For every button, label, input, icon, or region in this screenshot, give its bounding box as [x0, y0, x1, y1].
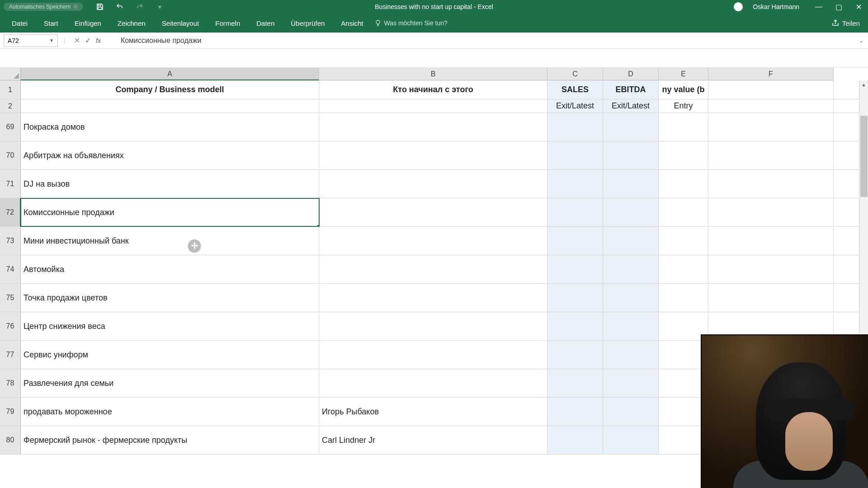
select-all-corner[interactable] [0, 68, 21, 80]
accept-formula-icon[interactable]: ✓ [82, 36, 93, 45]
cell-B80[interactable]: Carl Lindner Jr [319, 426, 547, 454]
name-box[interactable]: A72 ▼ [4, 34, 58, 47]
formula-input[interactable]: Комиссионные продажи [117, 34, 854, 47]
cell-F72[interactable] [708, 198, 834, 226]
customize-icon[interactable]: ▾ [156, 3, 164, 11]
undo-icon[interactable] [116, 3, 124, 11]
cell-C72[interactable] [547, 198, 603, 226]
header-f[interactable] [708, 80, 834, 99]
cell-F75[interactable] [708, 284, 834, 312]
row-header-73[interactable]: 73 [0, 227, 21, 255]
cell-D74[interactable] [603, 255, 659, 283]
tab-einfugen[interactable]: Einfügen [66, 17, 109, 30]
cell-C69[interactable] [547, 113, 603, 141]
cell-A73[interactable]: Мини инвестиционный банк [21, 227, 319, 255]
row-header-75[interactable]: 75 [0, 284, 21, 312]
cell-D80[interactable] [603, 426, 659, 454]
cell-A74[interactable]: Автомойка [21, 255, 319, 283]
cell-F70[interactable] [708, 141, 834, 169]
subheader-f[interactable] [708, 99, 834, 113]
row-header-71[interactable]: 71 [0, 170, 21, 198]
cell-A79[interactable]: продавать мороженное [21, 398, 319, 426]
tab-zeichnen[interactable]: Zeichnen [109, 17, 154, 30]
cell-D77[interactable] [603, 341, 659, 369]
tab-uberprufen[interactable]: Überprüfen [283, 17, 333, 30]
cell-A78[interactable]: Развлечения для семьи [21, 369, 319, 397]
expand-formula-bar-icon[interactable]: ⌄ [854, 38, 868, 44]
cell-B69[interactable] [319, 113, 547, 141]
row-header-1[interactable]: 1 [0, 80, 21, 99]
close-button[interactable]: ✕ [854, 3, 863, 11]
cell-A70[interactable]: Арбитраж на объявлениях [21, 141, 319, 169]
cell-C79[interactable] [547, 398, 603, 426]
cancel-formula-icon[interactable]: ✕ [71, 36, 82, 45]
cell-B72[interactable] [319, 198, 547, 226]
maximize-button[interactable]: ▢ [834, 3, 844, 11]
cell-D70[interactable] [603, 141, 659, 169]
tab-ansicht[interactable]: Ansicht [333, 17, 371, 30]
tab-daten[interactable]: Daten [248, 17, 283, 30]
cell-B79[interactable]: Игорь Рыбаков [319, 398, 547, 426]
row-header-76[interactable]: 76 [0, 312, 21, 341]
cell-F69[interactable] [708, 113, 834, 141]
cell-E75[interactable] [659, 284, 708, 312]
user-name[interactable]: Oskar Hartmann [753, 3, 799, 10]
spreadsheet-grid[interactable]: ABCDEF 12697071727374757677787980 Compan… [0, 68, 868, 488]
subheader-sales[interactable]: Exit/Latest [547, 99, 603, 113]
col-header-F[interactable]: F [708, 68, 834, 80]
subheader-ebitda[interactable]: Exit/Latest [603, 99, 659, 113]
cell-B77[interactable] [319, 341, 547, 369]
row-header-72[interactable]: 72 [0, 198, 21, 227]
cell-E73[interactable] [659, 227, 708, 255]
minimize-button[interactable]: — [814, 3, 824, 11]
subheader-b[interactable] [319, 99, 547, 113]
tab-seitenlayout[interactable]: Seitenlayout [154, 17, 208, 30]
save-icon[interactable] [96, 3, 104, 11]
row-header-79[interactable]: 79 [0, 398, 21, 426]
cell-E72[interactable] [659, 198, 708, 226]
tab-formeln[interactable]: Formeln [207, 17, 248, 30]
cell-D75[interactable] [603, 284, 659, 312]
cell-B71[interactable] [319, 170, 547, 198]
cell-F71[interactable] [708, 170, 834, 198]
cell-D76[interactable] [603, 312, 659, 340]
cell-A69[interactable]: Покраска домов [21, 113, 319, 141]
col-header-A[interactable]: A [21, 68, 319, 80]
col-header-D[interactable]: D [603, 68, 659, 80]
cell-A76[interactable]: Центр снижения веса [21, 312, 319, 340]
cell-C73[interactable] [547, 227, 603, 255]
col-header-C[interactable]: C [547, 68, 603, 80]
cell-B70[interactable] [319, 141, 547, 169]
cell-B75[interactable] [319, 284, 547, 312]
scroll-thumb[interactable] [860, 116, 868, 197]
tell-me-search[interactable]: Was möchten Sie tun? [374, 19, 448, 27]
cell-C74[interactable] [547, 255, 603, 283]
header-who-started[interactable]: Кто начинал с этого [319, 80, 547, 99]
cell-A72[interactable]: Комиссионные продажи [21, 198, 319, 226]
cell-C76[interactable] [547, 312, 603, 340]
cell-A75[interactable]: Точка продажи цветов [21, 284, 319, 312]
cell-C80[interactable] [547, 426, 603, 454]
row-header-77[interactable]: 77 [0, 341, 21, 369]
tab-datei[interactable]: Datei [4, 17, 36, 30]
fx-icon[interactable]: fx [96, 37, 101, 44]
redo-icon[interactable] [136, 3, 144, 11]
autosave-toggle[interactable]: Automatisches Speichern [4, 3, 83, 11]
cell-D78[interactable] [603, 369, 659, 397]
cell-D73[interactable] [603, 227, 659, 255]
share-button[interactable]: Teilen [831, 19, 860, 27]
cell-D79[interactable] [603, 398, 659, 426]
row-header-69[interactable]: 69 [0, 113, 21, 141]
header-sales[interactable]: SALES [547, 80, 603, 99]
cell-A71[interactable]: DJ на вызов [21, 170, 319, 198]
col-header-E[interactable]: E [659, 68, 708, 80]
header-company[interactable]: Company / Business modell [21, 80, 319, 99]
cell-F74[interactable] [708, 255, 834, 283]
header-company-value[interactable]: ny value (b [659, 80, 708, 99]
cell-E74[interactable] [659, 255, 708, 283]
cell-B78[interactable] [319, 369, 547, 397]
cell-A77[interactable]: Сервис униформ [21, 341, 319, 369]
cell-E70[interactable] [659, 141, 708, 169]
cell-C71[interactable] [547, 170, 603, 198]
cell-D69[interactable] [603, 113, 659, 141]
